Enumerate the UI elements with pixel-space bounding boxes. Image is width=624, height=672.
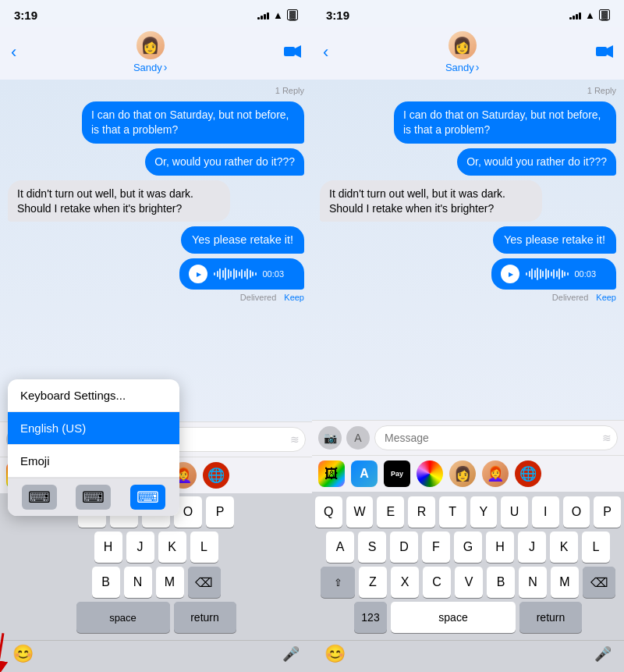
emoji-button-left[interactable]: 😊: [12, 644, 34, 664]
back-button-right[interactable]: ‹: [323, 42, 328, 62]
svg-marker-5: [607, 45, 613, 58]
key-B-left[interactable]: B: [92, 567, 120, 598]
key-J-left[interactable]: J: [126, 532, 154, 563]
shift-key[interactable]: ⇧: [321, 567, 355, 598]
key-I[interactable]: I: [532, 496, 559, 528]
mic-button-right[interactable]: 🎤: [594, 645, 612, 663]
video-button-left[interactable]: [284, 44, 301, 62]
emoji-item[interactable]: Emoji: [8, 445, 179, 478]
return-key-left[interactable]: return: [174, 602, 236, 633]
key-E[interactable]: E: [377, 496, 404, 528]
key-X[interactable]: X: [391, 567, 419, 598]
layout-icon-1[interactable]: ⌨: [22, 485, 57, 510]
delivered-label-left: Delivered: [240, 293, 276, 302]
key-T[interactable]: T: [439, 496, 466, 528]
key-Q[interactable]: Q: [315, 496, 342, 528]
key-M[interactable]: M: [551, 567, 579, 598]
message-input-right[interactable]: [374, 425, 618, 450]
delete-key-left[interactable]: ⌫: [188, 567, 221, 598]
keyboard-layout-row: ⌨ ⌨ ⌨: [8, 478, 179, 516]
bubble-out-2-left: Or, would you rather do it???: [145, 148, 304, 176]
status-icons-left: ▲ ▓: [257, 9, 298, 21]
play-button-left[interactable]: [189, 265, 207, 283]
key-row-right-4: 123 space return: [315, 602, 621, 633]
key-G[interactable]: G: [454, 532, 482, 563]
battery-icon-right: ▓: [599, 9, 610, 20]
mic-button-left[interactable]: 🎤: [282, 645, 300, 663]
layout-icon-2[interactable]: ⌨: [76, 485, 111, 510]
applepay-icon-right[interactable]: Pay: [384, 460, 410, 487]
contact-info-left[interactable]: 👩 Sandy: [133, 31, 168, 73]
return-key[interactable]: return: [519, 602, 582, 633]
key-A[interactable]: A: [326, 532, 354, 563]
key-H[interactable]: H: [486, 532, 514, 563]
key-N[interactable]: N: [519, 567, 547, 598]
audio-bubble-right[interactable]: 00:03: [491, 258, 616, 290]
video-button-right[interactable]: [596, 44, 613, 62]
camera-button-right[interactable]: 📷: [318, 426, 342, 450]
delivered-label-right: Delivered: [552, 293, 588, 302]
key-K[interactable]: K: [550, 532, 578, 563]
num-key[interactable]: 123: [354, 602, 387, 633]
key-C[interactable]: C: [423, 567, 451, 598]
left-panel: 3:19 ▲ ▓ ‹ 👩 Sandy 1 Reply I ca: [0, 0, 312, 672]
status-time-right: 3:19: [326, 9, 349, 22]
key-W[interactable]: W: [346, 496, 374, 528]
audio-bubble-left[interactable]: 00:03: [179, 258, 304, 290]
bubble-retake-right: Yes please retake it!: [493, 226, 616, 254]
key-V[interactable]: V: [455, 567, 483, 598]
svg-marker-1: [295, 45, 301, 58]
back-button-left[interactable]: ‹: [11, 42, 16, 62]
key-F[interactable]: F: [422, 532, 450, 563]
key-L-left[interactable]: L: [190, 532, 218, 563]
emoji-button-right[interactable]: 😊: [324, 644, 346, 664]
status-bar-right: 3:19 ▲ ▓: [312, 0, 624, 27]
key-O[interactable]: O: [563, 496, 590, 528]
message-input-wrap-right: ≋: [374, 425, 618, 450]
memoji1-icon-right[interactable]: 👩: [449, 460, 476, 487]
play-button-right[interactable]: [501, 265, 519, 283]
bubble-out-2-right: Or, would you rather do it???: [457, 148, 616, 176]
delete-key-right[interactable]: ⌫: [583, 567, 615, 598]
key-H-left[interactable]: H: [94, 532, 122, 563]
photos-icon-right[interactable]: 🖼: [318, 460, 345, 487]
memoji2-icon-right[interactable]: 👩‍🦰: [482, 460, 509, 487]
key-J[interactable]: J: [518, 532, 546, 563]
globe-icon-left[interactable]: 🌐: [203, 462, 229, 489]
keyboard-settings-item[interactable]: Keyboard Settings...: [8, 379, 179, 412]
appstore-icon-right[interactable]: A: [351, 460, 378, 487]
key-Z[interactable]: Z: [359, 567, 387, 598]
key-U[interactable]: U: [501, 496, 528, 528]
key-B[interactable]: B: [487, 567, 515, 598]
key-P-left[interactable]: P: [206, 496, 234, 528]
audio-time-right: 00:03: [575, 269, 597, 279]
status-icons-right: ▲ ▓: [569, 9, 610, 21]
key-space-left[interactable]: space: [76, 602, 170, 633]
key-K-left[interactable]: K: [158, 532, 186, 563]
battery-icon: ▓: [287, 9, 298, 20]
key-R[interactable]: R: [408, 496, 435, 528]
keep-button-left[interactable]: Keep: [284, 293, 304, 302]
key-D[interactable]: D: [390, 532, 418, 563]
wifi-icon-right: ▲: [585, 9, 595, 21]
apps-button-right[interactable]: A: [346, 426, 370, 450]
bubble-out-1-left: I can do that on Saturday, but not befor…: [82, 101, 304, 144]
key-S[interactable]: S: [358, 532, 386, 563]
key-P[interactable]: P: [594, 496, 621, 528]
layout-icon-3[interactable]: ⌨: [130, 485, 165, 510]
contact-info-right[interactable]: 👩 Sandy: [445, 31, 480, 73]
app-bar-right: 🖼 A Pay 👩 👩‍🦰 🌐: [312, 455, 624, 492]
globe-icon-right[interactable]: 🌐: [515, 460, 541, 487]
space-key[interactable]: space: [391, 602, 516, 633]
key-row-right-2: A S D F G H J K L: [315, 532, 621, 563]
bottom-bar-right: 😊 🎤: [312, 640, 624, 672]
key-L[interactable]: L: [582, 532, 610, 563]
english-us-item[interactable]: English (US): [8, 412, 179, 445]
key-M-left[interactable]: M: [156, 567, 184, 598]
key-N-left[interactable]: N: [124, 567, 152, 598]
keep-button-right[interactable]: Keep: [596, 293, 616, 302]
delivered-row-right: Delivered Keep: [320, 293, 616, 302]
svg-rect-4: [596, 47, 607, 56]
key-Y[interactable]: Y: [470, 496, 498, 528]
rainbow-icon-right[interactable]: [417, 460, 443, 487]
